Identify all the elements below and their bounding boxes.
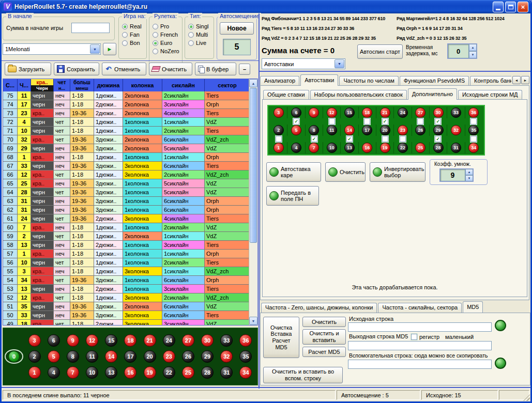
autobets-combobox[interactable]: Автоставки ▼: [262, 58, 345, 69]
mini-board-number[interactable]: 18: [362, 107, 372, 118]
delay-spinner[interactable]: ▲ ▼: [469, 44, 477, 58]
radio-fan[interactable]: Fan: [122, 32, 146, 38]
save-button[interactable]: Сохранить: [54, 63, 99, 75]
bet-checkbox[interactable]: [382, 118, 388, 125]
freq-tab-0[interactable]: Частота - Zero, шансы, дюжины, колонки: [261, 303, 377, 313]
board-number[interactable]: 14: [105, 350, 117, 363]
table-header-cell[interactable]: большменш: [70, 79, 94, 91]
bet-checkbox[interactable]: [470, 136, 477, 142]
scrollbar-thumb[interactable]: [250, 88, 257, 243]
mini-board-number[interactable]: 14: [344, 125, 355, 135]
mini-board-number[interactable]: 16: [362, 143, 372, 153]
new-autoshift-button[interactable]: Новое: [220, 22, 254, 35]
board-number[interactable]: 8: [67, 350, 79, 363]
bet-checkbox[interactable]: [435, 118, 441, 125]
table-row[interactable]: 7417черннеч1-182дюжи..2колонка3сиклайнOr…: [3, 100, 257, 109]
mini-board-number[interactable]: 12: [327, 107, 337, 118]
autobet-kare-button[interactable]: Автоставка каре: [266, 162, 321, 182]
board-number[interactable]: 9: [67, 334, 79, 347]
register-checkbox[interactable]: [411, 334, 417, 340]
board-number[interactable]: 1: [28, 366, 41, 379]
spin-down-icon[interactable]: ▼: [465, 175, 473, 181]
board-number[interactable]: 20: [144, 350, 156, 363]
mini-board-number[interactable]: 13: [344, 143, 355, 153]
board-number[interactable]: 4: [48, 366, 60, 379]
table-row[interactable]: 6733черннеч19-363дюжи..3колонка6сиклайнT…: [3, 162, 257, 171]
board-number[interactable]: 29: [201, 350, 214, 363]
mini-board-number[interactable]: 35: [468, 125, 479, 135]
table-row[interactable]: 6525кра..неч19-363дюжи..1колонка5сиклайн…: [3, 179, 257, 188]
board-number[interactable]: 33: [220, 334, 233, 347]
table-header-cell[interactable]: Ч...: [18, 79, 31, 91]
tab-scroll-right-icon[interactable]: ►: [521, 76, 529, 84]
freq-tab-2[interactable]: MD5: [463, 301, 483, 313]
mini-board-number[interactable]: 33: [451, 107, 461, 118]
clear-bets-button[interactable]: Очистить: [325, 162, 366, 182]
mini-board-number[interactable]: 2: [273, 125, 284, 135]
mini-board-number[interactable]: 22: [398, 143, 408, 153]
mini-board-number[interactable]: 15: [344, 107, 355, 118]
radio-singl[interactable]: Singl: [188, 23, 214, 29]
md5-output-input[interactable]: [348, 341, 492, 350]
radio-live[interactable]: Live: [188, 40, 214, 46]
board-number[interactable]: 24: [163, 334, 175, 347]
board-number[interactable]: 19: [144, 366, 156, 379]
spin-up-icon[interactable]: ▲: [465, 169, 473, 175]
bet-checkbox[interactable]: [435, 136, 441, 142]
table-row[interactable]: 5813черннеч1-182дюжи..1колонка3сиклайнTi…: [3, 241, 257, 250]
table-row[interactable]: 7110чернчет1-181дюжи..1колонка2сиклайнTi…: [3, 127, 257, 135]
table-header-cell[interactable]: дюжина: [94, 79, 123, 91]
board-number[interactable]: 3: [28, 334, 41, 347]
board-number[interactable]: 11: [86, 350, 98, 363]
mini-board-number[interactable]: 25: [415, 143, 425, 153]
mini-board-number[interactable]: 24: [398, 107, 408, 118]
table-row[interactable]: 571кра..неч1-181дюжи..1колонка1сиклайнOr…: [3, 250, 257, 258]
mini-board-number[interactable]: 1: [273, 143, 284, 153]
freq-tab-1[interactable]: Частота - сиклайны, сектора: [378, 303, 462, 313]
mini-board-number[interactable]: 30: [433, 107, 444, 118]
mini-board-number[interactable]: 11: [327, 125, 337, 135]
table-row[interactable]: 6612кра..чет1-181дюжи..3колонка2сиклайнV…: [3, 171, 257, 179]
board-number[interactable]: 10: [86, 366, 98, 379]
table-scrollbar[interactable]: ▲ ▼: [249, 79, 257, 325]
table-row[interactable]: 5212кра..чет1-181дюжи..3колонка2сиклайнV…: [3, 293, 257, 302]
board-number[interactable]: 18: [124, 334, 136, 347]
md5-source-go-button[interactable]: [495, 320, 506, 331]
table-row[interactable]: 553кра..неч1-181дюжи..3колонка1сиклайнVd…: [3, 267, 257, 276]
table-row[interactable]: 5033черннеч19-363дюжи..3колонка6сиклайнT…: [3, 311, 257, 320]
table-row[interactable]: 5434кра..чет19-363дюжи..1колонка6сиклайн…: [3, 276, 257, 285]
table-row[interactable]: 6929черннеч19-363дюжи..2колонка5сиклайнV…: [3, 144, 257, 153]
table-row[interactable]: 5313черннеч1-182дюжи..1колонка3сиклайнTi…: [3, 285, 257, 293]
autospin-start-button[interactable]: Автоспин старт: [357, 44, 403, 59]
table-row[interactable]: 724чернчет1-181дюжи..1колонка1сиклайнVdZ: [3, 118, 257, 127]
mini-board-number[interactable]: 4: [291, 143, 301, 153]
mini-board-number[interactable]: 29: [433, 125, 444, 135]
radio-pro[interactable]: Pro: [153, 23, 182, 29]
table-row[interactable]: 5610чернчет1-181дюжи..1колонка2сиклайнTi…: [3, 258, 257, 267]
table-header-cell[interactable]: кра..Черн: [31, 79, 54, 91]
spin-up-icon[interactable]: ▲: [469, 44, 477, 51]
bet-checkbox[interactable]: [382, 136, 388, 142]
bet-checkbox[interactable]: [346, 136, 353, 142]
main-tab-0[interactable]: Анализатор: [260, 76, 299, 86]
md5-source-input[interactable]: [348, 322, 492, 332]
tab-scroll-left-icon[interactable]: ◄: [512, 76, 521, 84]
clear-button[interactable]: Очистить: [149, 63, 192, 75]
close-button[interactable]: ×: [518, 2, 528, 12]
bet-checkbox[interactable]: [276, 136, 282, 142]
board-number[interactable]: 31: [220, 366, 233, 379]
transfer-to-pn-button[interactable]: Передать в поле ПН: [266, 186, 319, 206]
md5-aux-input[interactable]: [348, 360, 492, 369]
sub-tab-1[interactable]: Наборы пользовательских ставок: [310, 90, 407, 100]
undo-button[interactable]: Отменить: [102, 63, 146, 75]
board-number[interactable]: 26: [182, 350, 194, 363]
table-row[interactable]: 5135черннеч19-363дюжи..2колонка6сиклайнV…: [3, 302, 257, 311]
board-number[interactable]: 21: [144, 334, 156, 347]
bet-checkbox[interactable]: [364, 118, 370, 125]
table-row[interactable]: 7511черннеч1-181дюжи..2колонка2сиклайнTi…: [3, 91, 257, 100]
table-row[interactable]: 7323кра..неч19-362дюжи..2колонка4сиклайн…: [3, 109, 257, 118]
mini-board-number[interactable]: 5: [291, 125, 301, 135]
mini-board-number[interactable]: 7: [309, 143, 319, 153]
main-tab-1[interactable]: Автоставки: [300, 74, 338, 86]
md5-calc-button[interactable]: Расчет MD5: [302, 347, 346, 357]
